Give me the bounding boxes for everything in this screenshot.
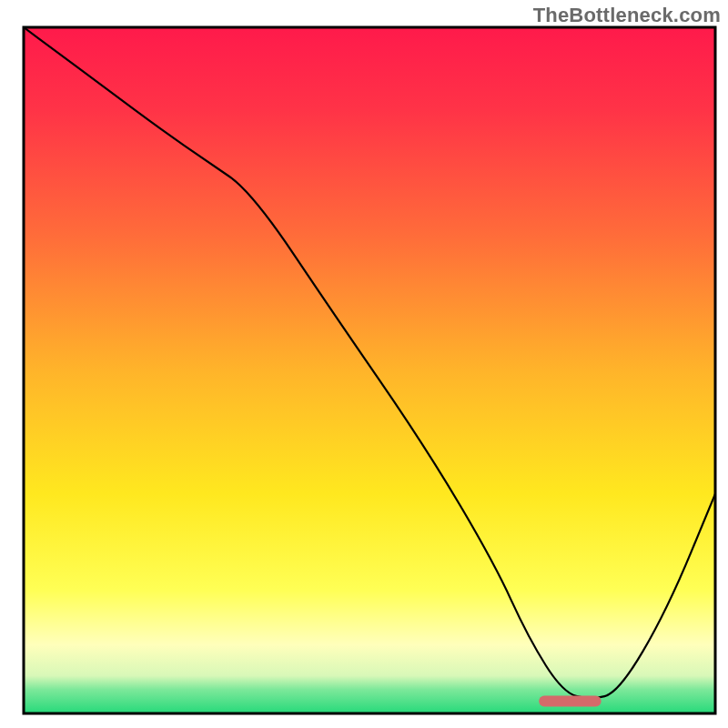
chart-container: TheBottleneck.com — [0, 0, 728, 728]
gradient-background — [24, 27, 715, 713]
optimal-range-marker — [539, 695, 601, 706]
attribution-label: TheBottleneck.com — [533, 4, 721, 27]
bottleneck-chart — [0, 0, 728, 728]
